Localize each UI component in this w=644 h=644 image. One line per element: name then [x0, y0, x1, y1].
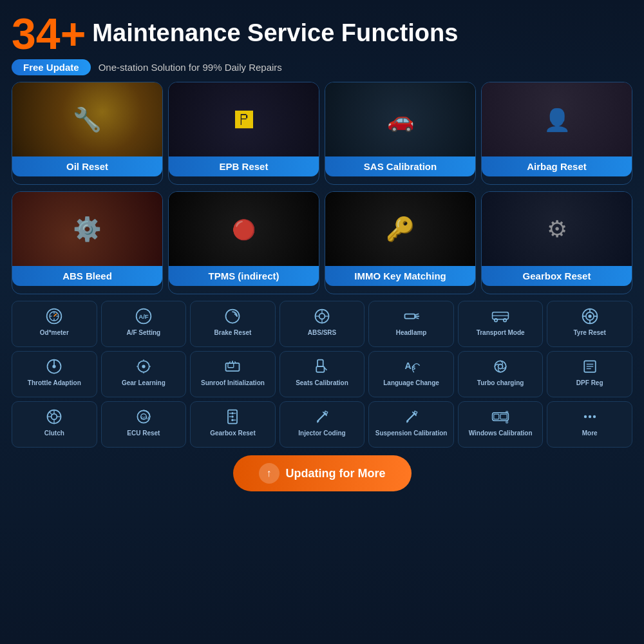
- icon-label: Injector Coding: [298, 430, 345, 437]
- icon-item[interactable]: Clutch: [12, 401, 97, 448]
- icon-item[interactable]: Transport Mode: [458, 301, 544, 347]
- svg-rect-41: [317, 360, 323, 367]
- icon-item[interactable]: A s Language Change: [368, 351, 454, 397]
- icon-item[interactable]: A/F A/F Setting: [101, 301, 187, 347]
- svg-marker-76: [413, 411, 417, 414]
- icon-item[interactable]: DPF Reg: [547, 351, 632, 397]
- icon-item[interactable]: More: [547, 401, 632, 448]
- icon-symbol: [223, 407, 242, 426]
- feature-card: Oil Reset: [12, 82, 163, 185]
- icon-symbol: [581, 357, 599, 376]
- svg-point-64: [232, 415, 234, 418]
- icon-label: DPF Reg: [576, 379, 603, 387]
- feature-grid-row2: ABS BleedTPMS (indirect)IMMO Key Matchin…: [12, 191, 632, 294]
- icon-symbol: [581, 307, 599, 326]
- icon-symbol: A/F: [135, 307, 153, 326]
- icon-symbol: [135, 357, 153, 376]
- svg-point-46: [495, 361, 506, 372]
- icon-symbol: [313, 357, 331, 376]
- card-label: Oil Reset: [12, 156, 162, 176]
- svg-point-11: [319, 314, 325, 319]
- main-container: 34+ Maintenance Service Functions Free U…: [0, 0, 644, 644]
- icon-item[interactable]: Gearbox Reset: [190, 401, 276, 448]
- svg-rect-42: [316, 366, 324, 372]
- icon-item[interactable]: ECU ECU Reset: [101, 401, 187, 448]
- icon-symbol: [45, 357, 63, 376]
- card-photo: [12, 192, 162, 266]
- icon-symbol: [45, 407, 63, 426]
- icon-label: A/F Setting: [126, 329, 160, 337]
- card-label: Gearbox Reset: [482, 266, 632, 286]
- icon-symbol: A s: [402, 357, 421, 376]
- icon-item[interactable]: Turbo charging: [458, 351, 544, 397]
- icon-item[interactable]: Windows Calibration: [458, 401, 544, 448]
- icon-label: ABS/SRS: [308, 329, 336, 337]
- icon-label: Brake Reset: [214, 329, 252, 337]
- svg-line-70: [317, 413, 325, 421]
- icon-label: Clutch: [44, 430, 64, 437]
- icon-label: Seats Calibration: [296, 379, 348, 387]
- svg-line-6: [54, 314, 57, 317]
- svg-rect-80: [500, 414, 507, 419]
- svg-point-65: [232, 419, 234, 422]
- page-title: Maintenance Service Functions: [92, 20, 458, 47]
- icon-label: Gearbox Reset: [210, 430, 256, 437]
- feature-card: EPB Reset: [168, 82, 319, 185]
- svg-line-77: [407, 421, 408, 422]
- svg-point-35: [142, 365, 145, 368]
- card-label: SAS Calibration: [325, 156, 475, 176]
- icon-item[interactable]: ABS/SRS: [279, 301, 365, 347]
- svg-point-26: [588, 314, 591, 317]
- icon-row-2: Throttle Adaption Gear Learning Sunroof …: [12, 351, 632, 397]
- feature-card: SAS Calibration: [325, 82, 476, 185]
- icon-label: Throttle Adaption: [28, 379, 81, 387]
- icon-item[interactable]: Tyre Reset: [547, 301, 632, 347]
- icon-symbol: [402, 307, 421, 326]
- subtitle-text: One-station Solution for 99% Daily Repai…: [99, 62, 282, 73]
- free-update-badge: Free Update: [12, 59, 91, 75]
- icon-symbol: [491, 307, 509, 326]
- icon-label: Windows Calibration: [469, 430, 533, 437]
- icon-label: ECU Reset: [127, 430, 160, 437]
- svg-text:A: A: [404, 361, 411, 371]
- svg-point-84: [589, 415, 591, 418]
- svg-rect-79: [494, 414, 499, 419]
- icon-item[interactable]: Suspension Calibration: [368, 401, 454, 448]
- svg-text:A/F: A/F: [138, 313, 149, 320]
- icon-item[interactable]: Headlamp: [368, 301, 454, 347]
- icon-label: Od*meter: [40, 329, 69, 337]
- icon-row-3: Clutch ECU ECU Reset Gearbox Reset Injec…: [12, 401, 632, 448]
- icon-item[interactable]: Throttle Adaption: [12, 351, 97, 397]
- svg-point-81: [506, 411, 509, 414]
- svg-point-63: [232, 412, 234, 415]
- card-photo: [482, 82, 632, 156]
- header-section: 34+ Maintenance Service Functions Free U…: [12, 12, 632, 75]
- bottom-btn-area: ↑ Updating for More: [12, 454, 632, 491]
- card-photo: [482, 192, 632, 266]
- icon-symbol: [491, 357, 509, 376]
- svg-line-17: [415, 314, 418, 316]
- update-button[interactable]: ↑ Updating for More: [233, 455, 412, 491]
- card-photo: [325, 82, 475, 156]
- icon-item[interactable]: Gear Learning: [101, 351, 187, 397]
- icon-item[interactable]: Seats Calibration: [279, 351, 365, 397]
- svg-rect-37: [228, 363, 234, 368]
- icon-label: Transport Mode: [477, 329, 525, 337]
- icon-label: More: [582, 430, 598, 437]
- icon-item[interactable]: Od*meter: [12, 301, 97, 347]
- card-label: EPB Reset: [169, 156, 319, 176]
- icon-item[interactable]: Brake Reset: [190, 301, 276, 347]
- svg-point-85: [593, 415, 596, 418]
- icon-item[interactable]: Sunroof Initialization: [190, 351, 276, 397]
- svg-line-19: [415, 317, 418, 319]
- icon-label: Suspension Calibration: [375, 430, 448, 437]
- svg-marker-72: [324, 411, 327, 414]
- feature-grid-row1: Oil ResetEPB ResetSAS CalibrationAirbag …: [12, 82, 632, 185]
- icon-label: Headlamp: [396, 329, 427, 337]
- update-label: Updating for More: [286, 467, 386, 480]
- icon-symbol: [491, 407, 509, 426]
- icon-item[interactable]: Injector Coding: [279, 401, 365, 448]
- svg-point-21: [495, 319, 498, 322]
- icon-label: Tyre Reset: [574, 329, 606, 337]
- icon-row-1: Od*meter A/F A/F Setting Brake Reset ABS…: [12, 301, 632, 347]
